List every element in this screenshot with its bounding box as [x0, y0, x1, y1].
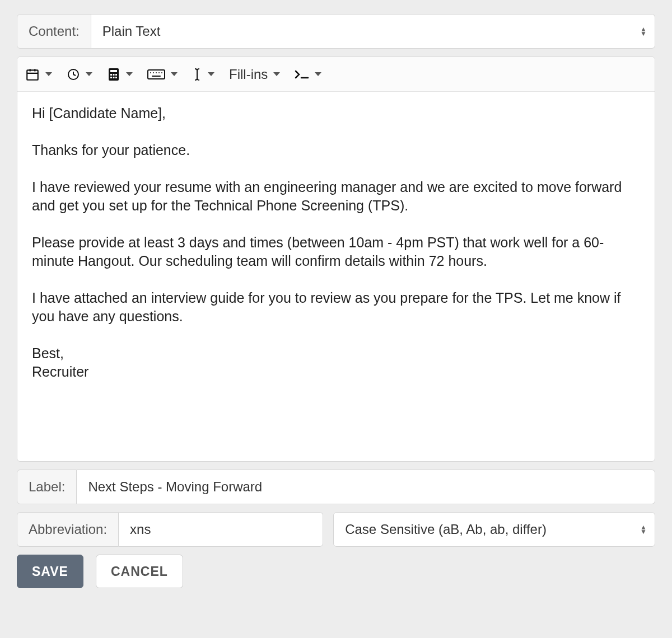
- terminal-icon: [295, 69, 309, 80]
- toolbar-time-menu[interactable]: [67, 68, 92, 81]
- calculator-icon: [107, 67, 120, 82]
- svg-rect-0: [27, 70, 38, 79]
- abbreviation-row: Abbreviation: Case Sensitive (aB, Ab, ab…: [17, 512, 655, 547]
- case-sensitivity-value: Case Sensitive (aB, Ab, ab, differ): [345, 522, 547, 537]
- abbreviation-label: Abbreviation:: [17, 512, 119, 547]
- content-select-value: Plain Text: [102, 24, 161, 39]
- keyboard-icon: [147, 68, 165, 81]
- updown-icon: ▲▼: [640, 525, 647, 534]
- toolbar-script-menu[interactable]: [295, 69, 321, 80]
- case-sensitivity-select[interactable]: Case Sensitive (aB, Ab, ab, differ) ▲▼: [333, 512, 655, 547]
- save-button[interactable]: SAVE: [17, 555, 83, 588]
- content-select[interactable]: Plain Text ▲▼: [91, 14, 655, 49]
- toolbar-fillins-menu[interactable]: Fill-ins: [229, 67, 280, 82]
- toolbar-date-menu[interactable]: [25, 67, 52, 82]
- cursor-icon: [192, 67, 202, 82]
- cancel-button[interactable]: CANCEL: [96, 555, 183, 588]
- svg-rect-9: [110, 74, 112, 76]
- svg-rect-15: [148, 70, 165, 79]
- svg-rect-10: [113, 74, 115, 76]
- label-row: Label:: [17, 470, 655, 504]
- label-label: Label:: [17, 470, 77, 504]
- snippet-editor-panel: Content: Plain Text ▲▼: [17, 14, 655, 588]
- svg-rect-11: [115, 74, 117, 76]
- snippet-content-editor[interactable]: Hi [Candidate Name], Thanks for your pat…: [17, 92, 655, 461]
- toolbar-key-menu[interactable]: [147, 68, 178, 81]
- chevron-down-icon: [208, 72, 214, 76]
- content-label: Content:: [17, 14, 91, 49]
- editor-toolbar: Fill-ins: [17, 57, 655, 92]
- toolbar-datemath-menu[interactable]: [107, 67, 133, 82]
- svg-rect-13: [113, 77, 115, 78]
- chevron-down-icon: [45, 72, 52, 76]
- svg-rect-12: [110, 77, 112, 78]
- updown-icon: ▲▼: [640, 27, 647, 36]
- chevron-down-icon: [315, 72, 321, 76]
- chevron-down-icon: [86, 72, 92, 76]
- button-row: SAVE CANCEL: [17, 555, 655, 588]
- toolbar-cursor-menu[interactable]: [192, 67, 214, 82]
- svg-rect-14: [115, 77, 117, 78]
- chevron-down-icon: [126, 72, 133, 76]
- chevron-down-icon: [171, 72, 178, 76]
- label-input[interactable]: [77, 470, 655, 504]
- editor-box: Fill-ins Hi [Candidate Name], Thanks for…: [17, 57, 655, 462]
- svg-rect-8: [110, 70, 117, 72]
- fillins-label: Fill-ins: [229, 67, 268, 82]
- content-row: Content: Plain Text ▲▼: [17, 14, 655, 49]
- abbreviation-input[interactable]: [119, 512, 323, 547]
- calendar-icon: [25, 67, 40, 82]
- chevron-down-icon: [273, 72, 280, 76]
- clock-icon: [67, 68, 80, 81]
